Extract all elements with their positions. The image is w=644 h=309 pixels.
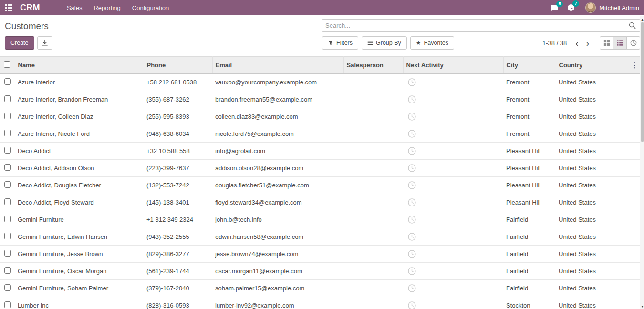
row-checkbox-cell[interactable] — [0, 194, 15, 211]
table-row[interactable]: Gemini Furniture, Jesse Brown(829)-386-3… — [0, 246, 644, 263]
cell-salesperson[interactable] — [343, 143, 403, 160]
row-checkbox[interactable] — [4, 78, 11, 85]
table-row[interactable]: Azure Interior, Nicole Ford(946)-638-603… — [0, 125, 644, 143]
table-row[interactable]: Gemini Furniture, Soham Palmer(379)-167-… — [0, 280, 644, 297]
table-row[interactable]: Gemini Furniture, Oscar Morgan(561)-239-… — [0, 263, 644, 280]
table-row[interactable]: Deco Addict, Addison Olson(223)-399-7637… — [0, 160, 644, 177]
cell-city[interactable]: Pleasant Hill — [503, 177, 556, 194]
cell-country[interactable]: United States — [556, 74, 607, 91]
cell-name[interactable]: Deco Addict, Floyd Steward — [15, 194, 144, 211]
cell-next-activity[interactable] — [403, 211, 503, 228]
export-button[interactable] — [37, 36, 52, 50]
row-checkbox[interactable] — [4, 216, 11, 222]
cell-country[interactable]: United States — [556, 108, 607, 125]
cell-city[interactable]: Pleasant Hill — [503, 160, 556, 177]
cell-country[interactable]: United States — [556, 125, 607, 143]
cell-name[interactable]: Gemini Furniture, Oscar Morgan — [15, 263, 144, 280]
cell-phone[interactable]: (946)-638-6034 — [144, 125, 212, 143]
search-icon[interactable] — [629, 22, 636, 29]
group-by-button[interactable]: Group By — [362, 36, 407, 50]
table-row[interactable]: Deco Addict, Floyd Steward(145)-138-3401… — [0, 194, 644, 211]
cell-city[interactable]: Fremont — [503, 74, 556, 91]
kanban-view-button[interactable] — [600, 36, 613, 50]
row-checkbox[interactable] — [4, 181, 11, 188]
activity-view-button[interactable] — [626, 36, 640, 50]
cell-phone[interactable]: (943)-352-2555 — [144, 228, 212, 246]
cell-city[interactable]: Fairfield — [503, 228, 556, 246]
row-checkbox-cell[interactable] — [0, 108, 15, 125]
row-checkbox[interactable] — [4, 267, 11, 274]
cell-country[interactable]: United States — [556, 177, 607, 194]
row-checkbox-cell[interactable] — [0, 263, 15, 280]
select-all-cell[interactable] — [0, 57, 15, 74]
next-activity-clock-icon[interactable] — [408, 147, 416, 155]
cell-salesperson[interactable] — [343, 91, 403, 108]
cell-email[interactable]: edwin.hansen58@example.com — [212, 228, 343, 246]
cell-phone[interactable]: (561)-239-1744 — [144, 263, 212, 280]
row-checkbox[interactable] — [4, 198, 11, 205]
cell-next-activity[interactable] — [403, 246, 503, 263]
cell-next-activity[interactable] — [403, 160, 503, 177]
row-checkbox-cell[interactable] — [0, 160, 15, 177]
cell-name[interactable]: Azure Interior, Nicole Ford — [15, 125, 144, 143]
cell-email[interactable]: vauxoo@yourcompany.example.com — [212, 74, 343, 91]
row-checkbox-cell[interactable] — [0, 280, 15, 297]
cell-country[interactable]: United States — [556, 211, 607, 228]
next-activity-clock-icon[interactable] — [408, 130, 416, 138]
cell-city[interactable]: Fairfield — [503, 280, 556, 297]
search-input[interactable] — [325, 22, 629, 29]
next-activity-clock-icon[interactable] — [408, 95, 416, 103]
cell-name[interactable]: Gemini Furniture, Jesse Brown — [15, 246, 144, 263]
cell-phone[interactable]: (145)-138-3401 — [144, 194, 212, 211]
next-activity-clock-icon[interactable] — [408, 301, 416, 309]
cell-salesperson[interactable] — [343, 297, 403, 309]
cell-phone[interactable]: (223)-399-7637 — [144, 160, 212, 177]
table-row[interactable]: Gemini Furniture, Edwin Hansen(943)-352-… — [0, 228, 644, 246]
cell-salesperson[interactable] — [343, 194, 403, 211]
row-checkbox[interactable] — [4, 130, 11, 136]
table-row[interactable]: Azure Interior+58 212 681 0538vauxoo@you… — [0, 74, 644, 91]
cell-email[interactable]: info@agrolait.com — [212, 143, 343, 160]
cell-next-activity[interactable] — [403, 280, 503, 297]
next-activity-clock-icon[interactable] — [408, 198, 416, 206]
cell-phone[interactable]: (355)-687-3262 — [144, 91, 212, 108]
cell-salesperson[interactable] — [343, 263, 403, 280]
column-header-next-activity[interactable]: Next Activity — [403, 57, 503, 74]
cell-country[interactable]: United States — [556, 228, 607, 246]
scrollbar-down-arrow[interactable]: ▼ — [640, 303, 644, 309]
cell-name[interactable]: Azure Interior — [15, 74, 144, 91]
cell-phone[interactable]: (132)-553-7242 — [144, 177, 212, 194]
favorites-button[interactable]: ★ Favorites — [410, 36, 454, 50]
cell-salesperson[interactable] — [343, 74, 403, 91]
cell-name[interactable]: Gemini Furniture, Edwin Hansen — [15, 228, 144, 246]
row-checkbox-cell[interactable] — [0, 246, 15, 263]
next-activity-clock-icon[interactable] — [408, 78, 416, 86]
row-checkbox-cell[interactable] — [0, 91, 15, 108]
cell-phone[interactable]: +1 312 349 2324 — [144, 211, 212, 228]
cell-email[interactable]: addison.olson28@example.com — [212, 160, 343, 177]
activities-button[interactable]: 7 — [567, 4, 575, 11]
next-activity-clock-icon[interactable] — [408, 181, 416, 189]
cell-country[interactable]: United States — [556, 91, 607, 108]
cell-email[interactable]: colleen.diaz83@example.com — [212, 108, 343, 125]
apps-menu-icon[interactable] — [3, 2, 14, 13]
row-checkbox-cell[interactable] — [0, 211, 15, 228]
cell-city[interactable]: Fairfield — [503, 211, 556, 228]
pager-next-button[interactable]: › — [582, 39, 593, 48]
menu-configuration[interactable]: Configuration — [126, 0, 175, 15]
cell-next-activity[interactable] — [403, 91, 503, 108]
table-row[interactable]: Lumber Inc(828)-316-0593lumber-inv92@exa… — [0, 297, 644, 309]
cell-next-activity[interactable] — [403, 143, 503, 160]
cell-name[interactable]: Deco Addict, Addison Olson — [15, 160, 144, 177]
column-header-city[interactable]: City — [503, 57, 556, 74]
row-checkbox-cell[interactable] — [0, 125, 15, 143]
optional-columns-toggle-icon[interactable]: ⋮ — [628, 61, 641, 70]
cell-email[interactable]: nicole.ford75@example.com — [212, 125, 343, 143]
search-box[interactable] — [322, 19, 640, 32]
cell-country[interactable]: United States — [556, 160, 607, 177]
cell-salesperson[interactable] — [343, 125, 403, 143]
cell-city[interactable]: Fremont — [503, 108, 556, 125]
next-activity-clock-icon[interactable] — [408, 164, 416, 172]
cell-city[interactable]: Fairfield — [503, 263, 556, 280]
table-row[interactable]: Azure Interior, Brandon Freeman(355)-687… — [0, 91, 644, 108]
